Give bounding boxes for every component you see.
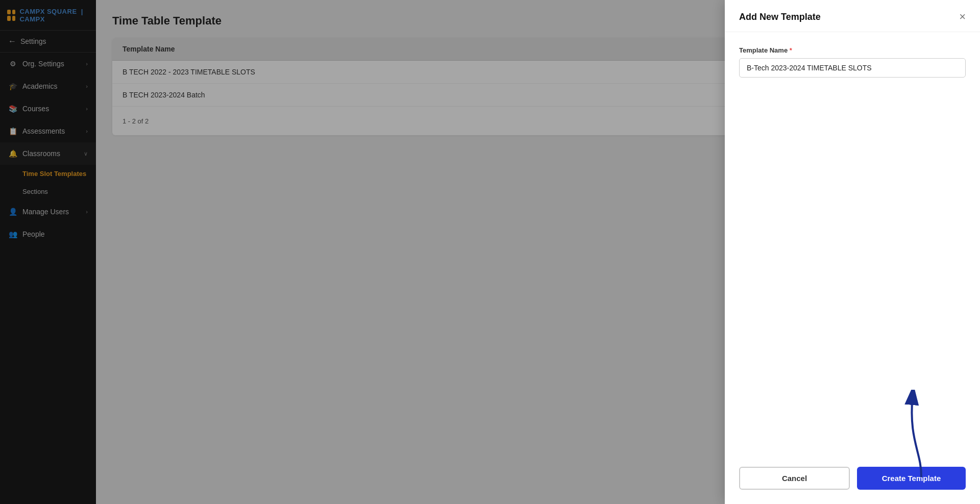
modal-header: Add New Template ×	[725, 0, 980, 32]
modal-close-button[interactable]: ×	[959, 11, 966, 22]
template-name-input[interactable]	[739, 58, 966, 78]
field-label: Template Name *	[739, 46, 966, 54]
modal-body: Template Name *	[725, 32, 980, 459]
modal-title: Add New Template	[739, 12, 821, 22]
add-template-modal: Add New Template × Template Name * Cance…	[725, 0, 980, 504]
cancel-button[interactable]: Cancel	[739, 467, 850, 490]
modal-footer: Cancel Create Template	[725, 467, 980, 504]
template-name-label: Template Name	[739, 46, 788, 54]
required-indicator: *	[790, 46, 792, 54]
create-template-button[interactable]: Create Template	[857, 467, 966, 490]
